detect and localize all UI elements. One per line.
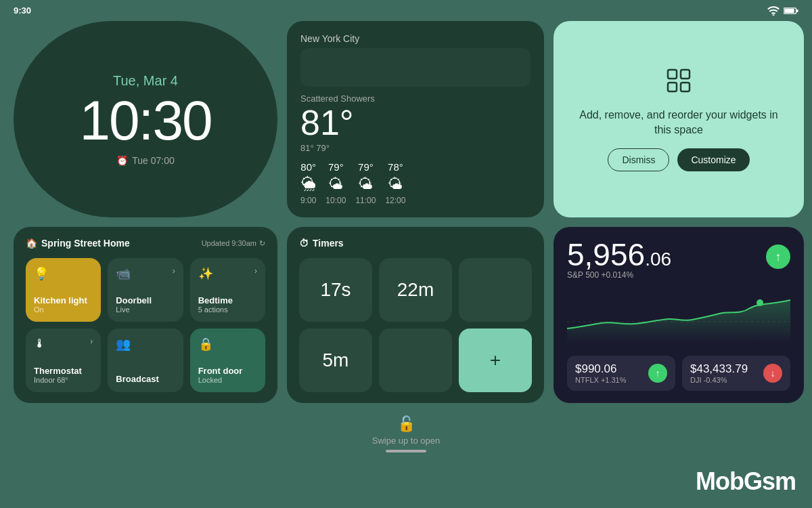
- thermostat-chevron: ›: [90, 337, 93, 346]
- device-tile-front-door[interactable]: 🔒 Front door Locked: [190, 329, 265, 392]
- timer-add-button[interactable]: +: [459, 329, 532, 392]
- weather-card: New York City Scattered Showers 81° 81° …: [287, 21, 544, 217]
- weather-city: New York City: [300, 33, 531, 44]
- thermostat-icon: 🌡: [34, 337, 46, 351]
- swipe-indicator: [386, 450, 426, 452]
- timers-header: ⏱ Timers: [299, 238, 532, 249]
- forecast-item-0: 80° 🌦 9:00: [300, 161, 316, 205]
- device-grid: 💡 Kitchen light On 📹 › Doorbell Live: [26, 258, 265, 392]
- home-header: 🏠 Spring Street Home Updated 9:30am ↻: [26, 238, 265, 249]
- kitchen-light-status: On: [34, 305, 93, 314]
- dismiss-button[interactable]: Dismiss: [608, 148, 669, 171]
- forecast-item-2: 79° 🌤 11:00: [355, 161, 376, 205]
- timer-tile-empty-1: [459, 258, 532, 322]
- ntflx-name: NTFLX +1.31%: [575, 376, 627, 384]
- lock-icon: 🔓: [397, 415, 415, 433]
- refresh-icon[interactable]: ↻: [259, 239, 265, 248]
- timers-title: Timers: [313, 238, 344, 249]
- forecast-icon-3: 🌤: [388, 175, 403, 193]
- forecast-temp-1: 79°: [328, 161, 344, 173]
- ntflx-price: $990.06: [575, 362, 627, 376]
- timers-grid: 17s 22m 5m +: [299, 258, 532, 392]
- front-door-status: Locked: [198, 376, 257, 384]
- clock-time: 10:30: [79, 93, 211, 148]
- svg-rect-7: [681, 83, 690, 91]
- widget-promo-card: Add, remove, and reorder your widgets in…: [554, 21, 804, 217]
- main-grid: Tue, Mar 4 10:30 ⏰ Tue 07:00 New York Ci…: [0, 21, 812, 410]
- timer-tile-22m[interactable]: 22m: [379, 258, 452, 322]
- stock-main-price: 5,956.06: [567, 239, 671, 270]
- forecast-temp-3: 78°: [388, 161, 403, 173]
- doorbell-chevron: ›: [173, 266, 175, 276]
- customize-button[interactable]: Customize: [677, 148, 749, 171]
- timer-tile-17s[interactable]: 17s: [299, 258, 372, 322]
- bedtime-name: Bedtime: [198, 295, 257, 305]
- svg-point-9: [757, 299, 763, 306]
- weather-forecast: 80° 🌦 9:00 79° 🌤 10:00 79° 🌤 11:00 78° 🌤…: [300, 161, 531, 205]
- widget-action-buttons: Dismiss Customize: [608, 148, 749, 171]
- dji-price: $43,433.79: [690, 362, 748, 376]
- dji-direction: ↓: [763, 364, 782, 383]
- home-updated-text: Updated 9:30am: [202, 239, 256, 247]
- broadcast-name: Broadcast: [116, 374, 175, 384]
- broadcast-icon: 👥: [116, 337, 131, 352]
- status-bar: 9:30: [0, 0, 812, 21]
- battery-icon: [784, 7, 798, 15]
- kitchen-light-name: Kitchen light: [34, 295, 93, 305]
- kitchen-light-icon: 💡: [34, 266, 49, 281]
- weather-main-temp: 81°: [300, 105, 531, 140]
- ntflx-direction: ↑: [648, 364, 667, 383]
- home-updated: Updated 9:30am ↻: [202, 239, 265, 248]
- svg-rect-5: [681, 70, 690, 79]
- stock-main-header: 5,956.06 S&P 500 +0.014% ↑: [567, 239, 790, 285]
- svg-rect-6: [668, 83, 677, 91]
- home-name: Spring Street Home: [41, 238, 130, 249]
- swipe-text: Swipe up to open: [372, 436, 440, 446]
- stock-index-info: S&P 500 +0.014%: [567, 270, 671, 280]
- timer-icon: ⏱: [299, 238, 309, 249]
- svg-rect-3: [796, 9, 798, 12]
- front-door-icon: 🔒: [198, 337, 213, 352]
- weather-description: Scattered Showers: [300, 93, 531, 104]
- watermark: MobGsm: [696, 467, 796, 496]
- clock-alarm: ⏰ Tue 07:00: [116, 155, 175, 166]
- clock-date: Tue, Mar 4: [113, 73, 178, 89]
- forecast-icon-1: 🌤: [328, 175, 343, 193]
- stock-sub-ntflx[interactable]: $990.06 NTFLX +1.31% ↑: [567, 356, 675, 391]
- wifi-icon: [767, 6, 780, 16]
- forecast-temp-2: 79°: [358, 161, 374, 173]
- forecast-time-0: 9:00: [300, 196, 316, 205]
- dji-name: DJI -0.43%: [690, 376, 748, 384]
- forecast-temp-0: 80°: [300, 161, 316, 173]
- bedtime-icon: ✨: [198, 266, 213, 281]
- timers-card: ⏱ Timers 17s 22m 5m +: [287, 227, 544, 403]
- status-time: 9:30: [14, 5, 31, 16]
- device-tile-kitchen-light[interactable]: 💡 Kitchen light On: [26, 258, 101, 322]
- bottom-bar: 🔓 Swipe up to open: [0, 410, 812, 457]
- front-door-name: Front door: [198, 366, 257, 376]
- svg-point-0: [773, 14, 775, 16]
- doorbell-icon: 📹: [116, 266, 131, 281]
- doorbell-name: Doorbell: [116, 295, 175, 305]
- timer-label-22m: 22m: [397, 279, 434, 301]
- smart-home-card: 🏠 Spring Street Home Updated 9:30am ↻ 💡 …: [14, 227, 277, 403]
- timer-tile-5m[interactable]: 5m: [299, 329, 372, 392]
- home-icon: 🏠: [26, 238, 37, 249]
- forecast-time-3: 12:00: [385, 196, 405, 205]
- device-tile-bedtime[interactable]: ✨ › Bedtime 5 actions: [190, 258, 265, 322]
- stock-sub-dji[interactable]: $43,433.79 DJI -0.43% ↓: [682, 356, 790, 391]
- device-tile-doorbell[interactable]: 📹 › Doorbell Live: [108, 258, 183, 322]
- bedtime-status: 5 actions: [198, 305, 257, 314]
- clock-card: Tue, Mar 4 10:30 ⏰ Tue 07:00: [14, 21, 277, 217]
- doorbell-status: Live: [116, 305, 175, 314]
- status-icons: [767, 6, 798, 16]
- stock-sub-grid: $990.06 NTFLX +1.31% ↑ $43,433.79 DJI -0…: [567, 356, 790, 391]
- device-tile-thermostat[interactable]: 🌡 › Thermostat Indoor 68°: [26, 329, 101, 392]
- svg-rect-2: [784, 9, 794, 13]
- widget-promo-text: Add, remove, and reorder your widgets in…: [570, 108, 788, 138]
- forecast-time-1: 10:00: [325, 196, 346, 205]
- stock-chart: [567, 288, 790, 347]
- timer-label-5m: 5m: [323, 350, 349, 371]
- device-tile-broadcast[interactable]: 👥 Broadcast: [108, 329, 183, 392]
- forecast-time-2: 11:00: [355, 196, 376, 205]
